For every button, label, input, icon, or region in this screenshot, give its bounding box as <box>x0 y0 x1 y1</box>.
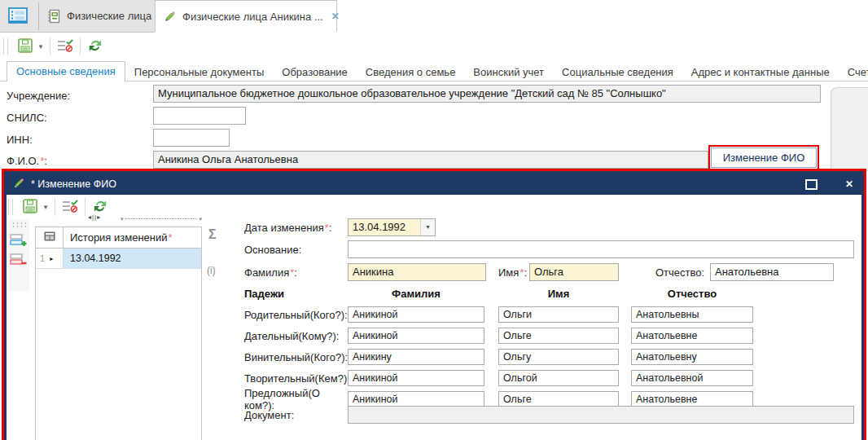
toolbar-separator <box>55 198 55 216</box>
case-genitive-label: Родительный(Кого?): <box>244 309 348 321</box>
column-ruler[interactable]: ▾ ▾ <box>121 216 202 222</box>
navigation-panel-button[interactable] <box>6 7 30 26</box>
app-screen: Физические лица Физические лица Аникина … <box>0 0 868 440</box>
maximize-icon[interactable] <box>805 179 818 190</box>
add-row-icon <box>10 233 28 250</box>
validate-button[interactable] <box>55 36 76 57</box>
row-number: 1 <box>40 253 45 263</box>
row-number-cell: 1 ▸ <box>36 249 64 268</box>
tab-military-record[interactable]: Воинский учет <box>464 63 553 81</box>
document-label: Документ: <box>244 409 294 421</box>
dialog-save-button[interactable] <box>20 196 41 218</box>
case-accusative-label: Винительный(Кого?): <box>244 351 348 363</box>
row-actions-strip <box>8 219 29 291</box>
save-button[interactable] <box>15 36 36 57</box>
instrumental-surname-input[interactable]: Аникиной <box>348 370 484 386</box>
patronymic-input[interactable]: Анатольевна <box>710 263 834 281</box>
snils-label: СНИЛС: <box>7 112 47 124</box>
change-date-input[interactable]: 13.04.1992 ▾ <box>348 218 436 236</box>
snils-input[interactable] <box>153 107 246 125</box>
ruler-left-caret: ▾ <box>121 216 124 222</box>
photo-panel <box>831 87 868 171</box>
prepositional-name-input[interactable]: Ольге <box>498 391 619 407</box>
toolbar-grip[interactable] <box>8 199 13 215</box>
tab-address-contacts[interactable]: Адрес и контактные данные <box>682 63 839 81</box>
refresh-button[interactable] <box>85 36 106 57</box>
window-tab-person-card[interactable]: Физические лица Аникина ... ✕ <box>155 0 337 32</box>
inn-input[interactable] <box>153 129 230 147</box>
basis-input[interactable] <box>348 240 854 258</box>
close-tab-icon[interactable]: ✕ <box>331 11 340 22</box>
tab-education[interactable]: Образование <box>273 63 357 81</box>
current-row-marker-icon: ▸ <box>50 255 53 262</box>
instrumental-name-input[interactable]: Ольгой <box>498 370 619 386</box>
genitive-name-input[interactable]: Ольги <box>498 306 619 323</box>
main-toolbar: ▾ <box>0 33 868 60</box>
grid-corner-cell[interactable] <box>36 227 64 248</box>
accusative-name-input[interactable]: Ольгу <box>498 349 619 365</box>
add-row-button[interactable] <box>9 233 28 249</box>
change-date-label: Дата изменения*: <box>244 222 331 234</box>
column-splitter-handle[interactable]: ◂||▸ <box>88 213 101 221</box>
history-column-header[interactable]: История изменений* <box>64 231 201 244</box>
toolbar-separator <box>50 37 50 55</box>
genitive-patronymic-input[interactable]: Анатольевны <box>631 306 753 323</box>
nav-panel-icon <box>8 7 28 26</box>
dative-name-input[interactable]: Ольге <box>498 328 619 344</box>
window-tab-label: Физические лица <box>67 10 151 22</box>
case-instrumental-label: Творительный(Кем?): <box>244 372 348 385</box>
cases-header: Фамилия <box>348 288 484 300</box>
tab-personal-documents[interactable]: Персональные документы <box>125 63 273 81</box>
save-dropdown-caret[interactable]: ▾ <box>36 42 46 51</box>
dative-patronymic-input[interactable]: Анатольевне <box>631 328 753 344</box>
dialog-title: * Изменение ФИО <box>31 178 805 190</box>
annotation-highlight-dialog: * Изменение ФИО ✕ <box>2 169 866 440</box>
dialog-close-icon[interactable]: ✕ <box>845 178 853 190</box>
tab-main-info[interactable]: Основные сведения <box>7 61 125 81</box>
calendar-dropdown-icon[interactable]: ▾ <box>420 219 435 235</box>
sum-icon[interactable]: Σ <box>208 227 217 242</box>
checklist-icon <box>62 199 78 216</box>
fio-label: Ф.И.О.*: <box>7 155 47 167</box>
history-date-cell[interactable]: 13.04.1992 <box>64 249 201 268</box>
tab-accounts[interactable]: Счета <box>839 63 868 81</box>
tab-family-info[interactable]: Сведения о семье <box>357 63 465 81</box>
info-icon[interactable]: (i) <box>207 265 216 276</box>
history-row[interactable]: 1 ▸ 13.04.1992 <box>36 249 201 269</box>
accusative-surname-input[interactable]: Аникину <box>348 349 484 365</box>
strip-grip[interactable] <box>11 222 26 228</box>
window-tab-persons[interactable]: Физические лица <box>39 0 155 33</box>
checklist-icon <box>57 38 73 55</box>
toolbar-separator <box>80 37 81 55</box>
toolbar-grip[interactable] <box>3 38 8 55</box>
institution-label: Учреждение: <box>7 90 70 102</box>
accusative-patronymic-input[interactable]: Анатольевну <box>631 349 753 365</box>
save-dropdown-caret[interactable]: ▾ <box>41 203 50 211</box>
change-fio-button[interactable]: Изменение ФИО <box>711 147 817 168</box>
pencil-icon <box>164 11 176 23</box>
delete-row-icon <box>10 253 28 270</box>
genitive-surname-input[interactable]: Аникиной <box>348 306 484 323</box>
delete-row-button[interactable] <box>9 253 28 269</box>
inn-label: ИНН: <box>7 134 33 146</box>
surname-input[interactable]: Аникина <box>348 263 486 281</box>
prepositional-patronymic-input[interactable]: Анатольевне <box>631 391 753 407</box>
instrumental-patronymic-input[interactable]: Анатольевной <box>631 370 753 386</box>
cases-header: Падежи <box>244 288 348 300</box>
dialog-content: ▾ <box>7 195 861 440</box>
name-label: Имя*: <box>498 266 527 279</box>
pencil-icon <box>13 178 24 191</box>
change-fio-dialog: * Изменение ФИО ✕ <box>4 171 864 440</box>
section-tabs: Основные сведения Персональные документы… <box>0 62 868 81</box>
change-date-value: 13.04.1992 <box>349 219 420 235</box>
annotation-highlight-change-fio: Изменение ФИО <box>708 145 819 170</box>
cases-table: Падежи Фамилия Имя Отчество Родительный(… <box>244 283 753 410</box>
name-input[interactable]: Ольга <box>529 263 619 281</box>
dialog-titlebar[interactable]: * Изменение ФИО ✕ <box>7 174 861 195</box>
tab-social-info[interactable]: Социальные сведения <box>553 63 682 81</box>
institution-field: Муниципальное бюджетное дошкольное образ… <box>153 85 821 103</box>
dialog-validate-button[interactable] <box>59 196 81 218</box>
dative-surname-input[interactable]: Аникиной <box>348 328 484 344</box>
ruler-line <box>125 218 198 219</box>
prepositional-surname-input[interactable]: Аникиной <box>348 391 484 407</box>
